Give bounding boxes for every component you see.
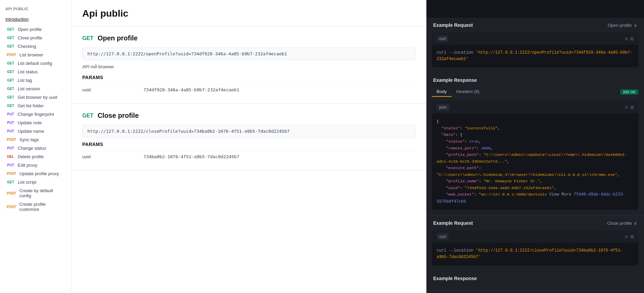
sidebar-item-label-15: Delete profile xyxy=(18,154,44,159)
method-badge-17: POST xyxy=(5,171,17,176)
sidebar-item-change-status[interactable]: PUTChange status xyxy=(0,144,71,152)
param-name-open: uuid xyxy=(82,87,143,92)
sidebar-item-change-fingerprint[interactable]: PUTChange fingerprint xyxy=(0,110,71,118)
right-panel: Example Request Open profile ∨ curl ≡ ⧉ … xyxy=(426,0,644,293)
url-box-close[interactable]: http://127.0.0.1:2222/closeProfile?uuid=… xyxy=(82,125,416,138)
url-box-open[interactable]: http://127.0.0.1:2222/openProfile?uuid=7… xyxy=(82,48,416,60)
sidebar-item-list-default-config[interactable]: GETList default config xyxy=(0,59,71,68)
method-badge-11: PUT xyxy=(5,121,16,125)
json-code-block-open: json ≡ ⧉ { "status": "successfully", "da… xyxy=(432,101,639,210)
method-badge-4: GET xyxy=(5,61,16,66)
copy-icon-open[interactable]: ⧉ xyxy=(630,36,634,42)
sidebar-item-label-4: List default config xyxy=(18,61,52,66)
main-header: Api public xyxy=(71,0,426,26)
sidebar-item-sync-tags[interactable]: POSTSync tags xyxy=(0,135,71,144)
endpoint-name-close: Close profile xyxy=(98,112,139,120)
curl-code-content-close: curl --location 'http://127.0.0.1:2222/c… xyxy=(432,243,639,265)
sidebar-item-list-browser[interactable]: POSTList browser xyxy=(0,51,71,59)
response-title-close: Example Response xyxy=(432,271,639,285)
endpoint-header-open: GET Open profile xyxy=(82,34,416,42)
method-badge-12: PUT xyxy=(5,129,16,133)
param-value-open: 734df928-346a-4a85-b9b7-232af4ecaeb1 xyxy=(143,87,239,92)
sidebar-item-list-script[interactable]: GETList script xyxy=(0,178,71,186)
sidebar-item-list-status[interactable]: GETList status xyxy=(0,68,71,76)
sidebar-item-label-2: Checking xyxy=(18,44,36,49)
sidebar-item-label-0: Open profile xyxy=(18,27,42,32)
tab-body-open[interactable]: Body xyxy=(432,87,452,97)
sidebar-item-close-profile[interactable]: GETClose profile xyxy=(0,34,71,42)
sidebar-item-label-12: Update name xyxy=(18,129,44,134)
example-section-open: Example Request Open profile ∨ curl ≡ ⧉ … xyxy=(426,18,644,216)
sidebar-item-checking[interactable]: GETChecking xyxy=(0,42,71,51)
sidebar-item-get-list-folder[interactable]: GETGet list folder xyxy=(0,102,71,110)
json-code-header-open: json ≡ ⧉ xyxy=(432,101,639,113)
sidebar-item-update-profile-proxy[interactable]: POSTUpdate profile proxy xyxy=(0,169,71,178)
param-name-close: uuid xyxy=(82,154,143,159)
example-request-header-close: Example Request Close profile ∨ xyxy=(426,216,644,231)
method-badge-2: GET xyxy=(5,44,16,49)
sidebar-item-label-11: Update note xyxy=(18,120,42,125)
filter-icon-json-open[interactable]: ≡ xyxy=(625,105,628,110)
method-badge-14: PUT xyxy=(5,146,16,150)
code-block-header-open: curl ≡ ⧉ xyxy=(432,33,639,45)
sidebar-item-create-profile-customize[interactable]: POSTCreate profile customize xyxy=(0,200,71,214)
param-row-open-uuid: uuid 734df928-346a-4a85-b9b7-232af4ecaeb… xyxy=(82,84,416,95)
sidebar: API PUBLIC Introduction GETOpen profileG… xyxy=(0,0,71,293)
sidebar-item-label-3: List browser xyxy=(19,52,43,57)
example-request-header-open: Example Request Open profile ∨ xyxy=(426,18,644,33)
copy-icon-close[interactable]: ⧉ xyxy=(630,234,634,240)
response-title-open: Example Response xyxy=(432,73,639,87)
sidebar-title: API PUBLIC xyxy=(0,4,71,15)
curl-code-block-close: curl ≡ ⧉ curl --location 'http://127.0.0… xyxy=(432,231,639,265)
sidebar-item-list-version[interactable]: GETList version xyxy=(0,85,71,93)
curl-code-block-open: curl ≡ ⧉ curl --location 'http://127.0.0… xyxy=(432,33,639,67)
chevron-down-icon-close: ∨ xyxy=(634,221,637,226)
code-actions-close: ≡ ⧉ xyxy=(625,234,634,240)
sidebar-item-label-7: List version xyxy=(18,86,40,91)
sidebar-item-label-8: Get browser by uuid xyxy=(18,95,57,100)
sidebar-item-delete-profile[interactable]: DELDelete profile xyxy=(0,152,71,161)
params-title-close: PARAMS xyxy=(82,142,416,147)
sidebar-item-introduction[interactable]: Introduction xyxy=(0,15,71,25)
method-badge-8: GET xyxy=(5,95,16,99)
method-badge-close: GET xyxy=(82,113,94,119)
sidebar-item-update-name[interactable]: PUTUpdate name xyxy=(0,127,71,135)
sidebar-item-update-note[interactable]: PUTUpdate note xyxy=(0,118,71,127)
copy-icon-json-open[interactable]: ⧉ xyxy=(630,105,634,110)
sidebar-item-label-10: Change fingerprint xyxy=(18,112,54,117)
sidebar-item-label-14: Change status xyxy=(18,146,46,151)
sidebar-item-label-5: List status xyxy=(18,69,38,74)
example-request-title-close: Example Request xyxy=(433,220,473,226)
method-badge-10: PUT xyxy=(5,112,16,116)
tab-headers-open[interactable]: Headers (6) xyxy=(452,87,485,97)
curl-lang-label-open: curl xyxy=(437,35,448,42)
sidebar-item-get-browser-by-uuid[interactable]: GETGet browser by uuid xyxy=(0,93,71,102)
filter-icon-open[interactable]: ≡ xyxy=(625,36,628,42)
example-header-right-open: Open profile ∨ xyxy=(608,23,637,28)
section-close-profile: GET Close profile http://127.0.0.1:2222/… xyxy=(71,104,426,170)
method-badge-9: GET xyxy=(5,104,16,108)
curl-lang-label-close: curl xyxy=(437,233,448,240)
method-badge-13: POST xyxy=(5,138,17,142)
sidebar-item-label-6: List tag xyxy=(18,78,32,83)
curl-code-content-open: curl --location 'http://127.0.0.1:2222/o… xyxy=(432,45,639,67)
dark-top-bar xyxy=(426,0,644,18)
code-actions-open: ≡ ⧉ xyxy=(625,36,634,42)
curl-command-close: curl --location xyxy=(437,248,476,253)
endpoint-name-open: Open profile xyxy=(98,34,138,42)
status-badge-open: 200 OK xyxy=(620,89,639,95)
sidebar-item-list-tag[interactable]: GETList tag xyxy=(0,76,71,85)
response-section-open: Example Response Body Headers (6) 200 OK… xyxy=(426,73,644,215)
page-title: Api public xyxy=(82,8,416,19)
sidebar-item-edit-proxy[interactable]: PUTEdit proxy xyxy=(0,161,71,169)
sidebar-item-create-by-default-config[interactable]: POSTCreate by default config xyxy=(0,186,71,200)
code-block-header-close: curl ≡ ⧉ xyxy=(432,231,639,243)
response-tabs-open: Body Headers (6) 200 OK xyxy=(432,87,639,97)
sidebar-item-label-16: Edit proxy xyxy=(18,163,37,168)
filter-icon-close[interactable]: ≡ xyxy=(625,234,628,240)
method-badge-15: DEL xyxy=(5,154,16,159)
sidebar-item-open-profile[interactable]: GETOpen profile xyxy=(0,25,71,34)
sidebar-item-label-18: List script xyxy=(18,180,36,185)
json-code-content-open: { "status": "successfully", "data": { "s… xyxy=(432,113,639,210)
param-value-close: 734ba0b2-1076-4f51-a9b5-7dac0d2245b7 xyxy=(143,154,239,159)
